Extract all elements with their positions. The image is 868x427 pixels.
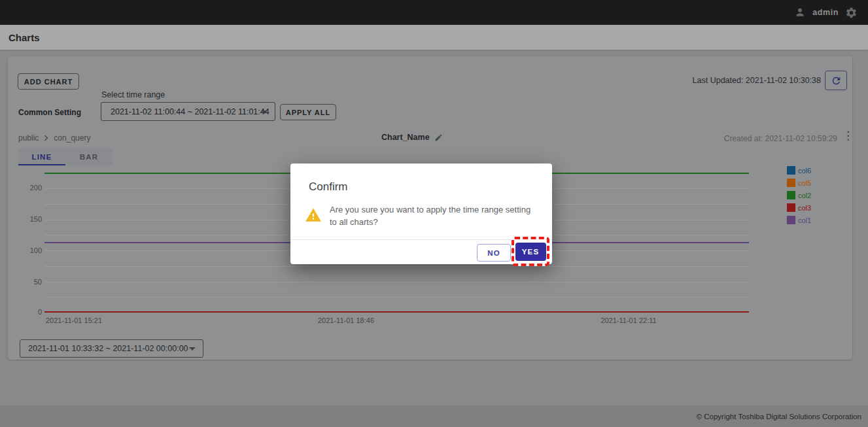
no-button[interactable]: NO xyxy=(477,244,511,262)
confirm-dialog: Confirm Are you sure you want to apply t… xyxy=(290,163,552,264)
app-root: admin Charts ADD CHART Select time range… xyxy=(0,0,868,427)
dialog-message: Are you sure you want to apply the time … xyxy=(330,204,536,229)
dialog-title: Confirm xyxy=(309,180,348,194)
yes-button[interactable]: YES xyxy=(515,243,546,261)
warning-icon xyxy=(305,207,322,226)
yes-button-highlight-annotation: YES xyxy=(512,237,549,266)
